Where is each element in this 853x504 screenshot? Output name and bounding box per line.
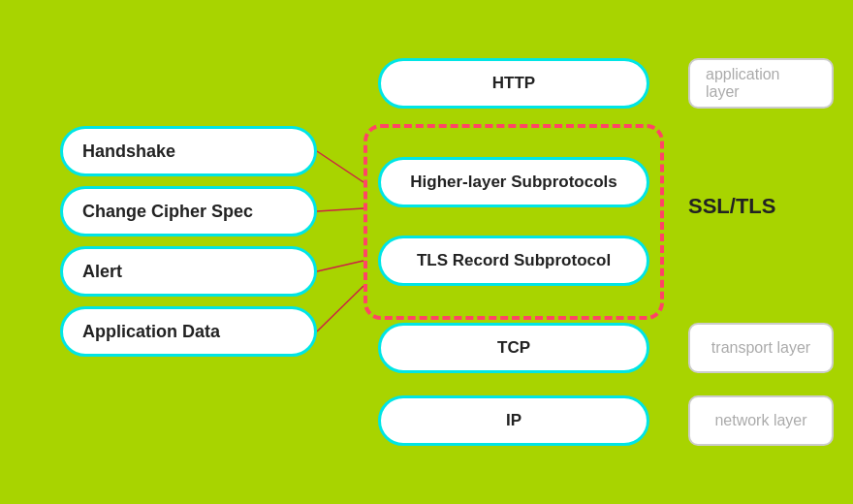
tcp-label: TCP [497, 338, 530, 358]
alert-box: Alert [60, 246, 317, 297]
higher-layer-subprotocols-label: Higher-layer Subprotocols [410, 173, 616, 192]
application-data-label: Application Data [82, 322, 220, 342]
change-cipher-spec-box: Change Cipher Spec [60, 186, 317, 236]
application-layer-label: application layer [688, 58, 834, 109]
tls-record-subprotocol-box: TLS Record Subprotocol [378, 236, 649, 286]
ssl-tls-label: SSL/TLS [688, 194, 775, 219]
svg-line-1 [317, 208, 363, 211]
tcp-box: TCP [378, 323, 649, 373]
svg-line-3 [317, 286, 363, 331]
ip-label: IP [506, 411, 521, 430]
application-data-box: Application Data [60, 306, 317, 357]
handshake-label: Handshake [82, 142, 175, 162]
ip-box: IP [378, 395, 649, 446]
svg-line-2 [317, 261, 363, 271]
change-cipher-spec-label: Change Cipher Spec [82, 202, 253, 222]
network-layer-label: network layer [688, 395, 834, 446]
ssl-tls-dashed-container [363, 124, 664, 320]
tls-record-subprotocol-label: TLS Record Subprotocol [417, 251, 611, 270]
svg-line-0 [317, 151, 363, 182]
http-box: HTTP [378, 58, 649, 109]
higher-layer-subprotocols-box: Higher-layer Subprotocols [378, 157, 649, 207]
alert-label: Alert [82, 262, 122, 282]
transport-layer-label: transport layer [688, 323, 834, 373]
handshake-box: Handshake [60, 126, 317, 176]
http-label: HTTP [492, 74, 535, 93]
